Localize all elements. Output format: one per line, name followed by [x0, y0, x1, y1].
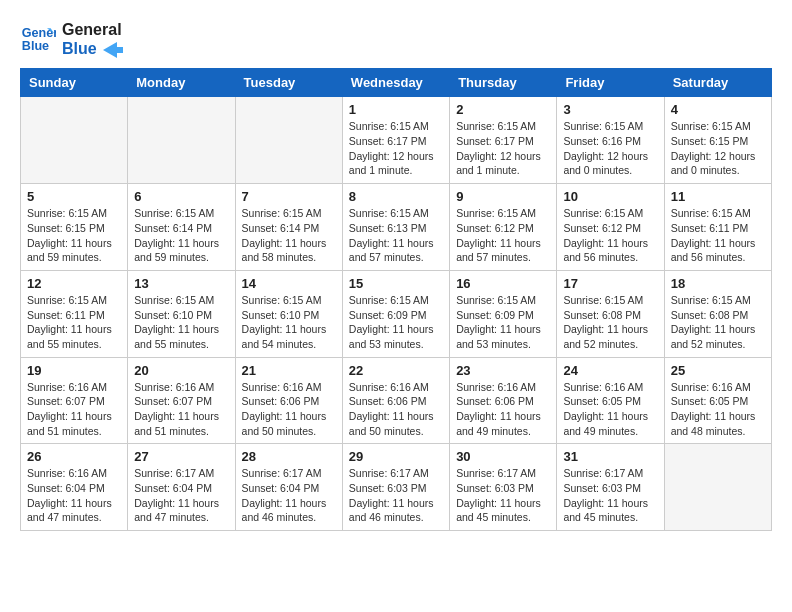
day-info: Sunrise: 6:15 AM Sunset: 6:10 PM Dayligh… — [242, 293, 336, 352]
calendar-cell: 21Sunrise: 6:16 AM Sunset: 6:06 PM Dayli… — [235, 357, 342, 444]
svg-marker-2 — [103, 42, 123, 58]
logo-icon: General Blue — [20, 21, 56, 57]
day-number: 4 — [671, 102, 765, 117]
calendar-cell: 23Sunrise: 6:16 AM Sunset: 6:06 PM Dayli… — [450, 357, 557, 444]
calendar-cell: 28Sunrise: 6:17 AM Sunset: 6:04 PM Dayli… — [235, 444, 342, 531]
day-number: 24 — [563, 363, 657, 378]
day-info: Sunrise: 6:17 AM Sunset: 6:04 PM Dayligh… — [242, 466, 336, 525]
day-number: 25 — [671, 363, 765, 378]
day-number: 27 — [134, 449, 228, 464]
calendar-cell: 25Sunrise: 6:16 AM Sunset: 6:05 PM Dayli… — [664, 357, 771, 444]
calendar-week-0: 1Sunrise: 6:15 AM Sunset: 6:17 PM Daylig… — [21, 97, 772, 184]
day-info: Sunrise: 6:17 AM Sunset: 6:03 PM Dayligh… — [563, 466, 657, 525]
day-number: 19 — [27, 363, 121, 378]
day-number: 18 — [671, 276, 765, 291]
calendar-cell: 8Sunrise: 6:15 AM Sunset: 6:13 PM Daylig… — [342, 184, 449, 271]
day-number: 17 — [563, 276, 657, 291]
calendar-week-1: 5Sunrise: 6:15 AM Sunset: 6:15 PM Daylig… — [21, 184, 772, 271]
calendar-cell: 29Sunrise: 6:17 AM Sunset: 6:03 PM Dayli… — [342, 444, 449, 531]
weekday-header-friday: Friday — [557, 69, 664, 97]
day-info: Sunrise: 6:15 AM Sunset: 6:09 PM Dayligh… — [456, 293, 550, 352]
day-number: 30 — [456, 449, 550, 464]
page-header: General Blue General Blue — [20, 20, 772, 58]
day-number: 6 — [134, 189, 228, 204]
weekday-header-wednesday: Wednesday — [342, 69, 449, 97]
logo: General Blue General Blue — [20, 20, 123, 58]
day-number: 31 — [563, 449, 657, 464]
day-number: 5 — [27, 189, 121, 204]
calendar-cell: 20Sunrise: 6:16 AM Sunset: 6:07 PM Dayli… — [128, 357, 235, 444]
calendar-cell: 30Sunrise: 6:17 AM Sunset: 6:03 PM Dayli… — [450, 444, 557, 531]
calendar-cell — [664, 444, 771, 531]
day-info: Sunrise: 6:15 AM Sunset: 6:17 PM Dayligh… — [349, 119, 443, 178]
calendar-cell: 14Sunrise: 6:15 AM Sunset: 6:10 PM Dayli… — [235, 270, 342, 357]
day-number: 13 — [134, 276, 228, 291]
weekday-header-saturday: Saturday — [664, 69, 771, 97]
day-info: Sunrise: 6:15 AM Sunset: 6:11 PM Dayligh… — [671, 206, 765, 265]
day-number: 12 — [27, 276, 121, 291]
day-info: Sunrise: 6:16 AM Sunset: 6:07 PM Dayligh… — [134, 380, 228, 439]
day-info: Sunrise: 6:15 AM Sunset: 6:14 PM Dayligh… — [242, 206, 336, 265]
calendar-cell: 27Sunrise: 6:17 AM Sunset: 6:04 PM Dayli… — [128, 444, 235, 531]
calendar-cell: 6Sunrise: 6:15 AM Sunset: 6:14 PM Daylig… — [128, 184, 235, 271]
calendar-cell: 2Sunrise: 6:15 AM Sunset: 6:17 PM Daylig… — [450, 97, 557, 184]
day-info: Sunrise: 6:15 AM Sunset: 6:10 PM Dayligh… — [134, 293, 228, 352]
day-info: Sunrise: 6:15 AM Sunset: 6:09 PM Dayligh… — [349, 293, 443, 352]
day-number: 22 — [349, 363, 443, 378]
day-number: 21 — [242, 363, 336, 378]
day-info: Sunrise: 6:16 AM Sunset: 6:04 PM Dayligh… — [27, 466, 121, 525]
day-info: Sunrise: 6:16 AM Sunset: 6:05 PM Dayligh… — [563, 380, 657, 439]
day-number: 1 — [349, 102, 443, 117]
day-info: Sunrise: 6:17 AM Sunset: 6:03 PM Dayligh… — [349, 466, 443, 525]
calendar-cell: 7Sunrise: 6:15 AM Sunset: 6:14 PM Daylig… — [235, 184, 342, 271]
day-number: 10 — [563, 189, 657, 204]
day-info: Sunrise: 6:15 AM Sunset: 6:08 PM Dayligh… — [563, 293, 657, 352]
weekday-header-tuesday: Tuesday — [235, 69, 342, 97]
logo-arrow-icon — [103, 42, 123, 58]
day-number: 3 — [563, 102, 657, 117]
day-info: Sunrise: 6:15 AM Sunset: 6:16 PM Dayligh… — [563, 119, 657, 178]
calendar-week-4: 26Sunrise: 6:16 AM Sunset: 6:04 PM Dayli… — [21, 444, 772, 531]
day-number: 7 — [242, 189, 336, 204]
day-number: 14 — [242, 276, 336, 291]
logo-text: General Blue — [62, 20, 123, 58]
calendar-cell: 12Sunrise: 6:15 AM Sunset: 6:11 PM Dayli… — [21, 270, 128, 357]
calendar-cell: 18Sunrise: 6:15 AM Sunset: 6:08 PM Dayli… — [664, 270, 771, 357]
day-info: Sunrise: 6:16 AM Sunset: 6:06 PM Dayligh… — [349, 380, 443, 439]
calendar-week-3: 19Sunrise: 6:16 AM Sunset: 6:07 PM Dayli… — [21, 357, 772, 444]
calendar-cell: 15Sunrise: 6:15 AM Sunset: 6:09 PM Dayli… — [342, 270, 449, 357]
day-info: Sunrise: 6:15 AM Sunset: 6:08 PM Dayligh… — [671, 293, 765, 352]
calendar-cell: 4Sunrise: 6:15 AM Sunset: 6:15 PM Daylig… — [664, 97, 771, 184]
calendar-header-row: SundayMondayTuesdayWednesdayThursdayFrid… — [21, 69, 772, 97]
day-info: Sunrise: 6:15 AM Sunset: 6:15 PM Dayligh… — [27, 206, 121, 265]
weekday-header-sunday: Sunday — [21, 69, 128, 97]
calendar-cell: 3Sunrise: 6:15 AM Sunset: 6:16 PM Daylig… — [557, 97, 664, 184]
weekday-header-monday: Monday — [128, 69, 235, 97]
calendar-cell: 9Sunrise: 6:15 AM Sunset: 6:12 PM Daylig… — [450, 184, 557, 271]
calendar-cell: 11Sunrise: 6:15 AM Sunset: 6:11 PM Dayli… — [664, 184, 771, 271]
day-info: Sunrise: 6:17 AM Sunset: 6:03 PM Dayligh… — [456, 466, 550, 525]
day-info: Sunrise: 6:16 AM Sunset: 6:06 PM Dayligh… — [456, 380, 550, 439]
weekday-header-thursday: Thursday — [450, 69, 557, 97]
day-number: 8 — [349, 189, 443, 204]
day-info: Sunrise: 6:16 AM Sunset: 6:05 PM Dayligh… — [671, 380, 765, 439]
day-info: Sunrise: 6:15 AM Sunset: 6:17 PM Dayligh… — [456, 119, 550, 178]
calendar-cell: 17Sunrise: 6:15 AM Sunset: 6:08 PM Dayli… — [557, 270, 664, 357]
day-info: Sunrise: 6:15 AM Sunset: 6:14 PM Dayligh… — [134, 206, 228, 265]
day-info: Sunrise: 6:15 AM Sunset: 6:12 PM Dayligh… — [563, 206, 657, 265]
calendar-cell: 13Sunrise: 6:15 AM Sunset: 6:10 PM Dayli… — [128, 270, 235, 357]
day-number: 2 — [456, 102, 550, 117]
day-info: Sunrise: 6:15 AM Sunset: 6:11 PM Dayligh… — [27, 293, 121, 352]
svg-text:Blue: Blue — [22, 39, 49, 53]
calendar-week-2: 12Sunrise: 6:15 AM Sunset: 6:11 PM Dayli… — [21, 270, 772, 357]
day-number: 20 — [134, 363, 228, 378]
calendar-cell: 19Sunrise: 6:16 AM Sunset: 6:07 PM Dayli… — [21, 357, 128, 444]
calendar-cell: 10Sunrise: 6:15 AM Sunset: 6:12 PM Dayli… — [557, 184, 664, 271]
day-info: Sunrise: 6:15 AM Sunset: 6:12 PM Dayligh… — [456, 206, 550, 265]
day-number: 28 — [242, 449, 336, 464]
day-number: 29 — [349, 449, 443, 464]
calendar-cell — [128, 97, 235, 184]
calendar-cell: 26Sunrise: 6:16 AM Sunset: 6:04 PM Dayli… — [21, 444, 128, 531]
day-info: Sunrise: 6:15 AM Sunset: 6:13 PM Dayligh… — [349, 206, 443, 265]
calendar-cell: 16Sunrise: 6:15 AM Sunset: 6:09 PM Dayli… — [450, 270, 557, 357]
